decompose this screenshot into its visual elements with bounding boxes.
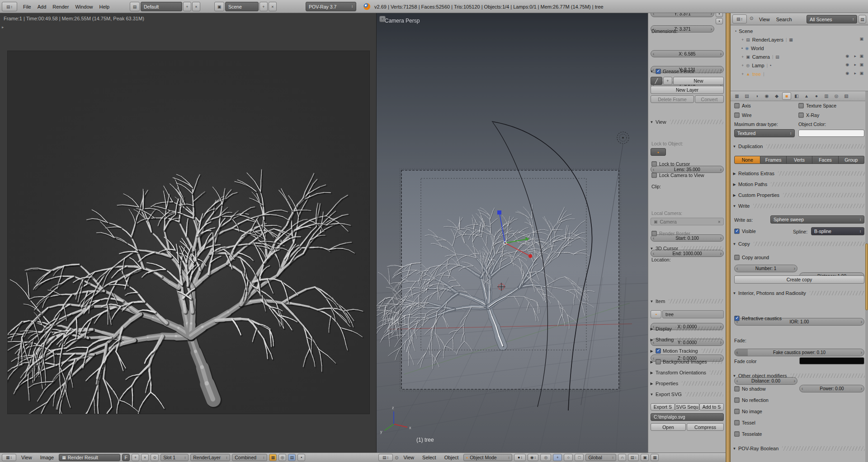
expand-icon[interactable] — [741, 37, 744, 42]
panel-header-shading[interactable]: ▶Shading — [650, 336, 725, 343]
panel-header-duplication[interactable]: ▼Duplication — [732, 143, 866, 150]
add-to-svg-button[interactable]: Add to S — [699, 403, 724, 411]
duplication-verts-button[interactable]: Verts — [787, 156, 812, 164]
selectable-arrow-icon[interactable] — [854, 54, 856, 58]
menu-file[interactable]: File — [20, 0, 34, 13]
create-copy-button[interactable]: Create copy — [734, 275, 864, 284]
duplication-none-button[interactable]: None — [734, 156, 760, 164]
render-slot-cycle-button[interactable] — [297, 454, 305, 461]
outliner-row-lamp[interactable]: Lamp — [731, 61, 868, 69]
expand-icon[interactable] — [741, 72, 744, 76]
no-image-checkbox[interactable]: No image — [734, 408, 762, 415]
outliner-row-label[interactable]: Scene — [739, 28, 753, 34]
editor-type-button-3dview[interactable] — [378, 454, 393, 461]
outliner-menu-search[interactable]: Search — [773, 13, 795, 25]
viewport-shading-button[interactable] — [514, 454, 526, 461]
orientation-selector[interactable]: Global — [585, 454, 616, 461]
outliner-row-label-selected[interactable]: tree — [752, 71, 761, 77]
unlink-image-button[interactable] — [141, 454, 149, 461]
panel-header-other-modifiers[interactable]: ▼Other object modifiers — [732, 372, 866, 379]
menu-help[interactable]: Help — [96, 0, 113, 13]
fake-caustics-power-slider[interactable]: Fake caustics power: 0.10 — [734, 349, 864, 356]
visible-checkbox[interactable]: Visible — [734, 228, 756, 234]
region-splitter-scrollbar[interactable] — [726, 13, 731, 462]
visibility-eye-icon[interactable] — [845, 54, 849, 58]
tab-object[interactable]: ■ — [782, 92, 791, 100]
new-image-button[interactable] — [132, 454, 139, 461]
visibility-eye-icon[interactable] — [845, 71, 849, 75]
draw-type-dropdown[interactable]: Textured — [734, 129, 795, 137]
image-datablock-selector[interactable]: Render Result — [59, 454, 120, 461]
render-opengl-anim-button[interactable] — [651, 454, 659, 461]
renderable-icon[interactable] — [859, 37, 863, 41]
draw-channels-z-button[interactable] — [288, 454, 296, 461]
outliner-row-label[interactable]: Lamp — [752, 63, 764, 68]
copy-to-selected-button[interactable] — [716, 13, 723, 17]
duplication-frames-button[interactable]: Frames — [760, 156, 786, 164]
panel-header-export-svg[interactable]: ▼Export SVG — [650, 391, 725, 398]
tab-render-layers[interactable]: ▤ — [742, 92, 751, 100]
open-button[interactable]: Open — [651, 423, 686, 431]
scene-browse-button[interactable] — [214, 2, 224, 11]
tab-object-data[interactable]: ▲ — [802, 92, 811, 100]
pin-button[interactable] — [151, 454, 159, 461]
pivot-align-button[interactable] — [540, 454, 551, 461]
lock-button[interactable] — [716, 18, 723, 24]
panel-header-write[interactable]: ▼Write — [732, 202, 866, 210]
tesselate-checkbox[interactable]: Tesselate — [734, 431, 762, 437]
slot-selector[interactable]: Slot 1 — [160, 454, 189, 461]
renderable-icon[interactable] — [859, 62, 863, 67]
object-name-field[interactable]: tree — [662, 310, 724, 318]
tab-material[interactable]: ● — [812, 92, 821, 100]
scene-selector[interactable]: Scene — [225, 2, 259, 11]
image-menu-view[interactable]: View — [18, 453, 35, 462]
panel-header-transform-orientations[interactable]: ▶Transform Orientations — [650, 369, 725, 376]
panel-header-item[interactable]: ▼ Item — [650, 298, 725, 305]
tessel-checkbox[interactable]: Tessel — [734, 420, 755, 426]
delete-scene-button[interactable] — [269, 2, 277, 11]
texture-space-checkbox[interactable]: Texture Space — [798, 103, 836, 109]
panel-header-properties[interactable]: ▶Properties — [650, 380, 725, 387]
local-camera-field[interactable]: Camera — [651, 218, 724, 225]
panel-header-grease-pencil[interactable]: ▼ Grease Pencil — [650, 68, 725, 75]
outliner-menu-view[interactable]: View — [756, 13, 773, 25]
editor-type-button-info[interactable] — [2, 2, 17, 11]
outliner-row-label[interactable]: RenderLayers — [752, 37, 783, 42]
svg-path-field[interactable]: C:\tmp\algo.svg — [651, 413, 724, 421]
object-color-swatch[interactable] — [798, 130, 864, 137]
outliner-row-world[interactable]: World — [731, 44, 868, 52]
panel-header-copy[interactable]: ▼Copy — [732, 240, 866, 247]
panel-header-motion-tracking[interactable]: ▶Motion Tracking — [650, 347, 725, 355]
duplication-faces-button[interactable]: Faces — [812, 156, 838, 164]
outliner-filter-button[interactable] — [859, 15, 866, 23]
selectable-arrow-icon[interactable] — [854, 62, 856, 67]
spline-dropdown[interactable]: B-spline — [811, 227, 864, 235]
compress-button[interactable]: Compress — [687, 423, 724, 431]
lock-camera-checkbox[interactable]: Lock Camera to View — [651, 172, 704, 178]
viewport-menu-object[interactable]: Object — [441, 453, 462, 462]
render-engine-selector[interactable]: POV-Ray 3.7 — [306, 2, 356, 11]
outliner-row-label[interactable]: World — [751, 46, 764, 51]
write-as-dropdown[interactable]: Sphere sweep — [770, 215, 864, 224]
viewport-3d[interactable]: x y z Camera Persp (1) tree — [377, 13, 648, 453]
panel-header-custom-properties[interactable]: ▶Custom Properties — [732, 191, 866, 199]
tab-render[interactable]: ▦ — [732, 92, 741, 100]
new-layer-button[interactable]: New Layer — [651, 86, 724, 94]
tab-texture[interactable]: ▥ — [822, 92, 831, 100]
tab-particles[interactable]: ◎ — [832, 92, 841, 100]
refractive-caustics-checkbox[interactable]: Refractive caustics — [734, 315, 782, 322]
add-layout-button[interactable] — [183, 2, 191, 11]
duplication-group-button[interactable]: Group — [839, 156, 864, 164]
panel-header-povray-boolean[interactable]: ▼POV-Ray Boolean — [732, 445, 866, 452]
grease-pencil-new-button[interactable]: New — [673, 77, 724, 85]
viewport-menu-select[interactable]: Select — [419, 453, 439, 462]
dimension-x-field[interactable]: X: 6.585 — [651, 50, 724, 57]
renderable-icon[interactable] — [859, 54, 863, 58]
fade-power-field[interactable]: Power: 0.00 — [799, 385, 864, 392]
fade-color-swatch[interactable] — [799, 357, 864, 364]
visibility-eye-icon[interactable] — [845, 62, 849, 67]
copy-around-checkbox[interactable]: Copy around — [734, 254, 769, 261]
delete-frame-button[interactable]: Delete Frame — [651, 95, 694, 103]
manipulator-scale-button[interactable] — [575, 454, 584, 461]
tab-modifiers[interactable]: ◧ — [792, 92, 801, 100]
